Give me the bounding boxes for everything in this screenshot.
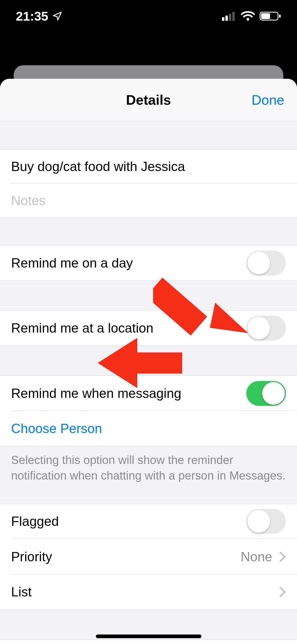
reminder-title-field[interactable]: Buy dog/cat food with Jessica: [0, 149, 297, 183]
done-button[interactable]: Done: [252, 92, 284, 108]
remind-location-toggle[interactable]: [246, 316, 286, 341]
choose-person-row[interactable]: Choose Person: [0, 411, 297, 446]
remind-messaging-label: Remind me when messaging: [11, 386, 246, 401]
priority-value: None: [241, 549, 272, 564]
notes-placeholder: Notes: [11, 193, 286, 208]
details-sheet: Details Done Buy dog/cat food with Jessi…: [0, 79, 297, 644]
reminder-notes-field[interactable]: Notes: [0, 183, 297, 218]
list-label: List: [11, 584, 277, 600]
location-icon: [52, 11, 63, 21]
battery-icon: [260, 11, 281, 21]
choose-person-label: Choose Person: [11, 421, 286, 436]
flagged-label: Flagged: [11, 514, 246, 529]
chevron-right-icon: [275, 587, 286, 597]
svg-rect-6: [261, 13, 270, 19]
remind-messaging-toggle[interactable]: [246, 381, 286, 406]
status-right: [222, 11, 281, 21]
remind-day-row[interactable]: Remind me on a day: [0, 245, 297, 281]
flagged-toggle[interactable]: [246, 509, 286, 534]
priority-label: Priority: [11, 549, 241, 564]
svg-point-4: [247, 18, 249, 21]
svg-rect-0: [222, 17, 224, 21]
remind-location-label: Remind me at a location: [11, 320, 246, 336]
status-time: 21:35: [16, 9, 48, 24]
home-indicator: [96, 634, 201, 638]
reminder-title-text: Buy dog/cat food with Jessica: [11, 159, 286, 174]
chevron-right-icon: [275, 551, 286, 562]
priority-row[interactable]: Priority None: [0, 539, 297, 574]
svg-rect-1: [225, 16, 228, 21]
remind-messaging-row[interactable]: Remind me when messaging: [0, 375, 297, 411]
status-left: 21:35: [16, 9, 63, 24]
cellular-icon: [222, 11, 236, 21]
svg-rect-3: [232, 12, 235, 21]
list-row[interactable]: List: [0, 574, 297, 610]
remind-day-label: Remind me on a day: [11, 255, 246, 271]
messaging-footer-text: Selecting this option will show the remi…: [0, 446, 297, 493]
wifi-icon: [241, 11, 255, 21]
remind-location-row[interactable]: Remind me at a location: [0, 310, 297, 346]
remind-day-toggle[interactable]: [246, 251, 286, 275]
subtasks-row[interactable]: Subtasks 0: [0, 640, 297, 644]
svg-rect-7: [279, 15, 281, 18]
nav-header: Details Done: [0, 79, 297, 121]
svg-rect-2: [229, 14, 231, 21]
flagged-row[interactable]: Flagged: [0, 504, 297, 539]
nav-title: Details: [126, 92, 171, 108]
status-bar: 21:35: [0, 0, 297, 35]
